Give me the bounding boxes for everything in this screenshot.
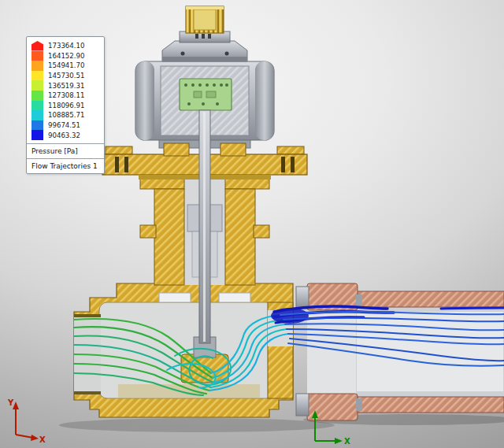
legend-value: 136519.31 [43,82,84,90]
outlet-pipe [296,283,504,420]
legend-row: 118096.91 [32,101,100,111]
legend-value: 173364.10 [43,42,84,50]
legend-trajectories-label: Flow Trajectories 1 [27,158,104,173]
legend-value: 145730.51 [43,72,84,80]
legend-swatch [32,71,43,81]
legend-row: 145730.51 [32,71,100,81]
triad-local-x-label: X [344,437,350,446]
legend-value: 164152.90 [43,52,84,60]
legend-row: 127308.11 [32,91,100,101]
cfd-viewport-window: 173364.10 164152.90 154941.70 145730.51 … [0,0,504,448]
legend-row: 136519.31 [32,80,100,91]
legend-swatch [32,130,43,140]
brass-top-cap [186,6,224,33]
legend-value: 127308.11 [43,91,84,99]
solenoid-coil-pcb [180,79,232,110]
legend-swatch [32,110,43,120]
legend-row: 173364.10 [32,41,100,51]
legend-value: 108885.71 [43,111,84,119]
legend-swatch [32,51,43,61]
legend-row: 99674.51 [32,120,100,131]
legend-row: 90463.32 [32,130,100,140]
legend-value: 154941.70 [43,61,84,69]
legend-color-scale: 173364.10 164152.90 154941.70 145730.51 … [27,37,104,143]
legend-value: 99674.51 [43,121,80,129]
triad-global: Y X [3,395,49,444]
legend-row: 108885.71 [32,110,100,120]
legend-swatch [32,91,43,101]
legend-swatch [32,61,43,71]
legend-pressure-label: Pressure [Pa] [27,143,104,158]
legend-value: 90463.32 [43,131,80,139]
triad-global-x-label: X [39,435,46,444]
pressure-legend: 173364.10 164152.90 154941.70 145730.51 … [26,36,105,174]
legend-swatch [32,120,43,131]
legend-swatch [32,101,43,111]
legend-swatch [32,41,43,51]
legend-swatch [32,80,43,91]
valve-stem [199,110,210,343]
legend-row: 154941.70 [32,61,100,71]
legend-row: 164152.90 [32,51,100,61]
triad-global-y-label: Y [7,398,14,407]
triad-local: X [304,406,353,447]
legend-value: 118096.91 [43,102,84,109]
